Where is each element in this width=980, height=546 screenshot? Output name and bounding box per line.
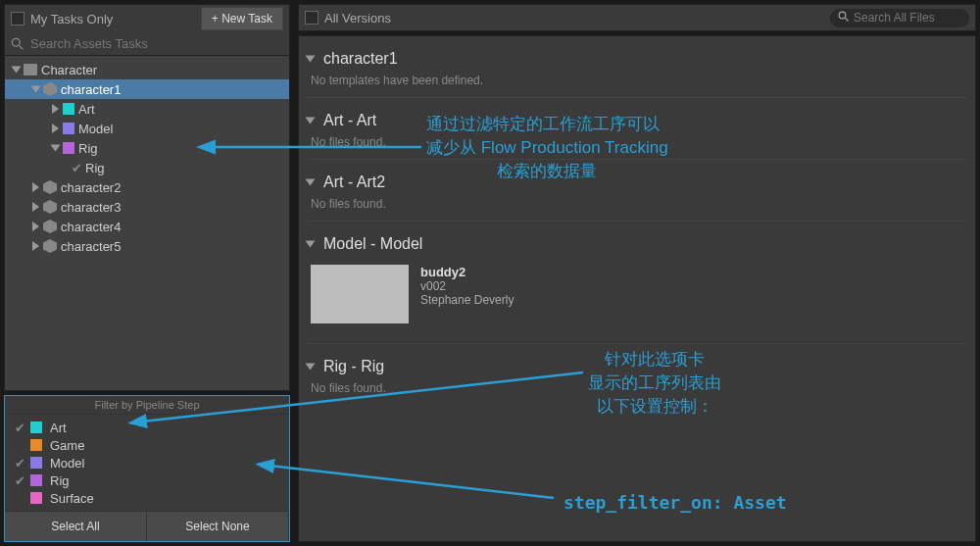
cube-icon (43, 82, 57, 96)
cube-icon (43, 200, 57, 214)
pipeline-step-filter: Filter by Pipeline Step ✔Art Game ✔Model… (4, 395, 290, 542)
tree-row-rig-task[interactable]: ✔Rig (5, 158, 289, 177)
all-versions-label: All Versions (324, 11, 391, 25)
my-tasks-label: My Tasks Only (30, 12, 113, 26)
tree-row-character5[interactable]: character5 (5, 236, 289, 256)
filter-item-art[interactable]: ✔Art (13, 419, 281, 436)
step-color-icon (30, 474, 42, 486)
step-color-icon (30, 457, 42, 469)
step-color-icon (63, 123, 74, 134)
cube-icon (43, 180, 57, 194)
my-tasks-checkbox[interactable] (11, 12, 24, 25)
folder-icon (24, 64, 37, 75)
thumbnail-placeholder (311, 265, 409, 323)
search-icon (11, 37, 24, 51)
file-row-buddy2[interactable]: buddy2 v002 Stephane Deverly (307, 257, 967, 331)
section-art-art[interactable]: Art - Art (307, 104, 967, 133)
step-color-icon (30, 492, 42, 504)
svg-point-2 (839, 12, 846, 19)
section-model-model[interactable]: Model - Model (307, 227, 967, 257)
filter-item-rig[interactable]: ✔Rig (13, 472, 281, 489)
filter-item-surface[interactable]: Surface (13, 489, 281, 507)
tree-row-art[interactable]: Art (5, 99, 289, 119)
svg-line-3 (846, 18, 849, 21)
file-search-input[interactable] (854, 11, 961, 25)
tree-row-model[interactable]: Model (5, 119, 289, 138)
tree-row-character2[interactable]: character2 (5, 177, 289, 197)
svg-point-0 (12, 38, 20, 46)
tree-row-rig[interactable]: Rig (5, 138, 289, 158)
filter-title: Filter by Pipeline Step (5, 396, 289, 415)
tree-row-character[interactable]: Character (5, 60, 289, 79)
svg-line-1 (20, 45, 24, 49)
cube-icon (43, 239, 57, 253)
file-user: Stephane Deverly (420, 293, 514, 307)
tree-row-character1[interactable]: character1 (5, 79, 289, 99)
step-color-icon (63, 103, 74, 115)
asset-search-input[interactable] (30, 36, 283, 51)
cube-icon (43, 220, 57, 233)
file-version: v002 (420, 279, 514, 293)
check-icon: ✔ (72, 161, 85, 175)
step-color-icon (30, 422, 42, 433)
select-none-button[interactable]: Select None (147, 512, 289, 541)
tree-row-character4[interactable]: character4 (5, 217, 289, 236)
search-icon (838, 11, 850, 25)
filter-item-model[interactable]: ✔Model (13, 454, 281, 472)
tree-row-character3[interactable]: character3 (5, 197, 289, 217)
asset-tree[interactable]: Character character1 Art Model Rig ✔Rig (5, 56, 289, 390)
all-versions-checkbox[interactable] (305, 11, 318, 25)
new-task-button[interactable]: + New Task (201, 7, 283, 30)
step-color-icon (30, 439, 42, 451)
file-content-area[interactable]: character1 No templates have been define… (298, 35, 976, 542)
file-search-box[interactable] (830, 9, 969, 27)
section-art-art2[interactable]: Art - Art2 (307, 166, 967, 195)
step-color-icon (63, 142, 74, 154)
filter-item-game[interactable]: Game (13, 436, 281, 454)
file-name: buddy2 (420, 265, 514, 279)
select-all-button[interactable]: Select All (5, 512, 147, 541)
section-character1[interactable]: character1 (307, 42, 967, 72)
section-rig-rig[interactable]: Rig - Rig (307, 350, 967, 379)
